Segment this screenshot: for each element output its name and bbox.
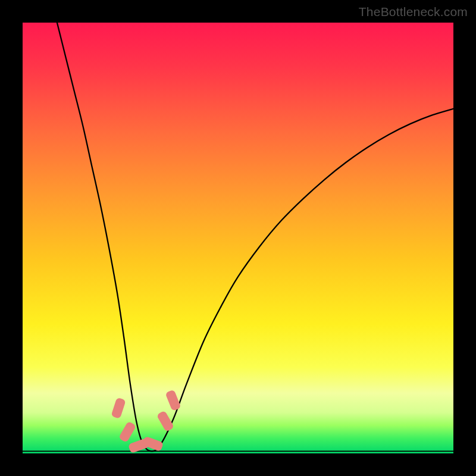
plot-curve-layer	[23, 23, 453, 453]
plot-area	[23, 23, 453, 453]
attribution-text: TheBottleneck.com	[359, 5, 468, 19]
chart-frame: TheBottleneck.com	[0, 0, 476, 476]
bottleneck-curve	[57, 23, 453, 451]
